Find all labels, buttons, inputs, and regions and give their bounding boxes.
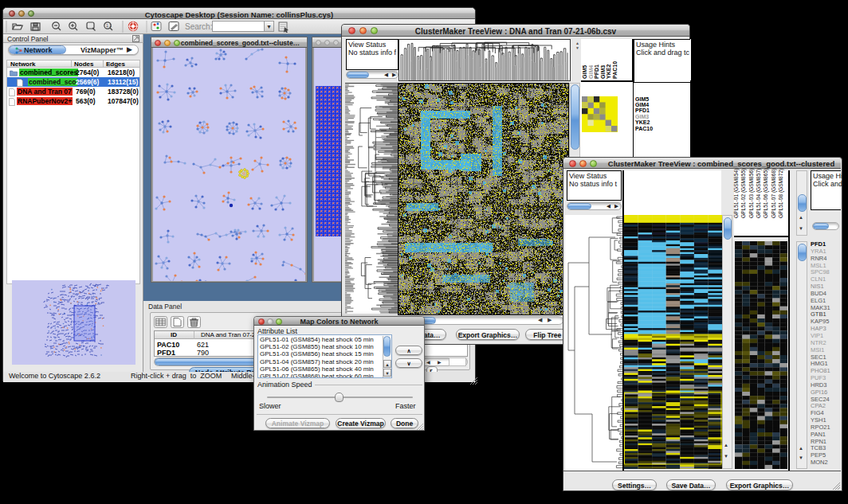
svg-text:1:1: 1:1 [106, 23, 112, 28]
